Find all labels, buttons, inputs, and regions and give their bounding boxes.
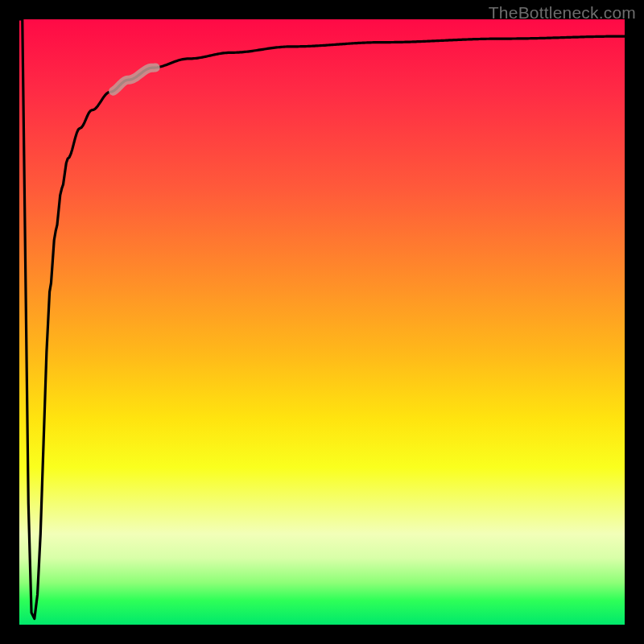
bottleneck-curve bbox=[19, 19, 625, 618]
chart-svg bbox=[19, 19, 625, 625]
curve-highlight-segment bbox=[114, 68, 156, 91]
watermark-text: TheBottleneck.com bbox=[489, 3, 636, 23]
